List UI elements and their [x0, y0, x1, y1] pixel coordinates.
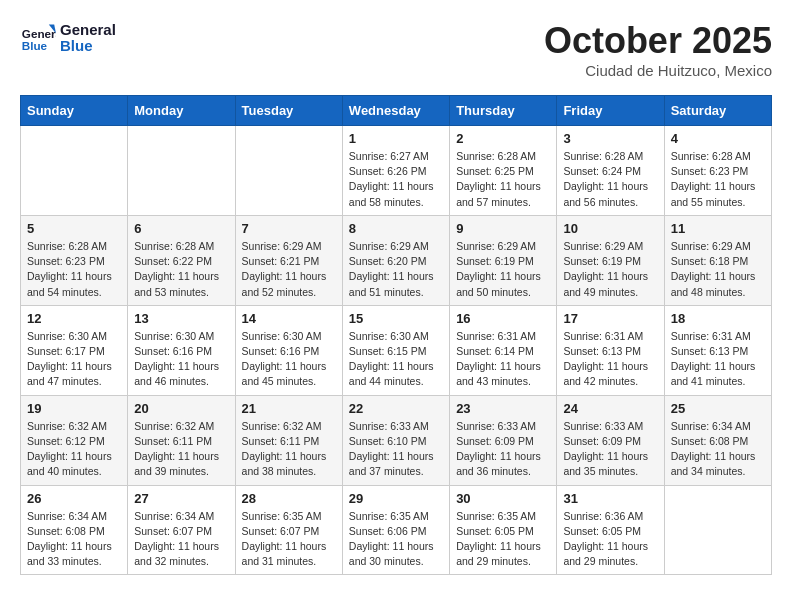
day-number: 15: [349, 311, 443, 326]
day-info: Sunrise: 6:32 AM Sunset: 6:12 PM Dayligh…: [27, 419, 121, 480]
day-number: 25: [671, 401, 765, 416]
day-info: Sunrise: 6:30 AM Sunset: 6:15 PM Dayligh…: [349, 329, 443, 390]
day-info: Sunrise: 6:30 AM Sunset: 6:16 PM Dayligh…: [242, 329, 336, 390]
day-of-week-header-wednesday: Wednesday: [342, 96, 449, 126]
day-number: 8: [349, 221, 443, 236]
day-of-week-header-friday: Friday: [557, 96, 664, 126]
day-info: Sunrise: 6:31 AM Sunset: 6:13 PM Dayligh…: [563, 329, 657, 390]
logo: General Blue General Blue: [20, 20, 116, 56]
day-number: 22: [349, 401, 443, 416]
day-number: 5: [27, 221, 121, 236]
day-number: 18: [671, 311, 765, 326]
calendar-cell: 18Sunrise: 6:31 AM Sunset: 6:13 PM Dayli…: [664, 305, 771, 395]
day-number: 19: [27, 401, 121, 416]
calendar-cell: 29Sunrise: 6:35 AM Sunset: 6:06 PM Dayli…: [342, 485, 449, 575]
day-number: 13: [134, 311, 228, 326]
calendar-week-row: 5Sunrise: 6:28 AM Sunset: 6:23 PM Daylig…: [21, 215, 772, 305]
day-number: 17: [563, 311, 657, 326]
calendar-cell: 17Sunrise: 6:31 AM Sunset: 6:13 PM Dayli…: [557, 305, 664, 395]
calendar-cell: 2Sunrise: 6:28 AM Sunset: 6:25 PM Daylig…: [450, 126, 557, 216]
calendar-cell: 28Sunrise: 6:35 AM Sunset: 6:07 PM Dayli…: [235, 485, 342, 575]
calendar-cell: 19Sunrise: 6:32 AM Sunset: 6:12 PM Dayli…: [21, 395, 128, 485]
day-info: Sunrise: 6:31 AM Sunset: 6:13 PM Dayligh…: [671, 329, 765, 390]
day-number: 26: [27, 491, 121, 506]
title-block: October 2025 Ciudad de Huitzuco, Mexico: [544, 20, 772, 79]
day-info: Sunrise: 6:33 AM Sunset: 6:10 PM Dayligh…: [349, 419, 443, 480]
logo-icon: General Blue: [20, 20, 56, 56]
calendar-cell: 1Sunrise: 6:27 AM Sunset: 6:26 PM Daylig…: [342, 126, 449, 216]
calendar-cell: 12Sunrise: 6:30 AM Sunset: 6:17 PM Dayli…: [21, 305, 128, 395]
day-info: Sunrise: 6:34 AM Sunset: 6:07 PM Dayligh…: [134, 509, 228, 570]
calendar-cell: 30Sunrise: 6:35 AM Sunset: 6:05 PM Dayli…: [450, 485, 557, 575]
calendar-cell: 11Sunrise: 6:29 AM Sunset: 6:18 PM Dayli…: [664, 215, 771, 305]
day-info: Sunrise: 6:36 AM Sunset: 6:05 PM Dayligh…: [563, 509, 657, 570]
day-of-week-header-thursday: Thursday: [450, 96, 557, 126]
day-number: 23: [456, 401, 550, 416]
calendar-cell: [235, 126, 342, 216]
calendar-cell: 16Sunrise: 6:31 AM Sunset: 6:14 PM Dayli…: [450, 305, 557, 395]
day-number: 6: [134, 221, 228, 236]
calendar-table: SundayMondayTuesdayWednesdayThursdayFrid…: [20, 95, 772, 575]
calendar-cell: 25Sunrise: 6:34 AM Sunset: 6:08 PM Dayli…: [664, 395, 771, 485]
calendar-cell: 27Sunrise: 6:34 AM Sunset: 6:07 PM Dayli…: [128, 485, 235, 575]
calendar-week-row: 26Sunrise: 6:34 AM Sunset: 6:08 PM Dayli…: [21, 485, 772, 575]
calendar-cell: [664, 485, 771, 575]
day-number: 16: [456, 311, 550, 326]
day-info: Sunrise: 6:28 AM Sunset: 6:25 PM Dayligh…: [456, 149, 550, 210]
calendar-cell: 13Sunrise: 6:30 AM Sunset: 6:16 PM Dayli…: [128, 305, 235, 395]
logo-line2: Blue: [60, 38, 116, 55]
location-subtitle: Ciudad de Huitzuco, Mexico: [544, 62, 772, 79]
day-info: Sunrise: 6:35 AM Sunset: 6:07 PM Dayligh…: [242, 509, 336, 570]
day-number: 1: [349, 131, 443, 146]
day-number: 3: [563, 131, 657, 146]
calendar-cell: [21, 126, 128, 216]
day-number: 30: [456, 491, 550, 506]
calendar-cell: 9Sunrise: 6:29 AM Sunset: 6:19 PM Daylig…: [450, 215, 557, 305]
day-info: Sunrise: 6:29 AM Sunset: 6:19 PM Dayligh…: [456, 239, 550, 300]
page-header: General Blue General Blue October 2025 C…: [20, 20, 772, 79]
calendar-cell: [128, 126, 235, 216]
day-info: Sunrise: 6:34 AM Sunset: 6:08 PM Dayligh…: [27, 509, 121, 570]
calendar-header-row: SundayMondayTuesdayWednesdayThursdayFrid…: [21, 96, 772, 126]
day-info: Sunrise: 6:32 AM Sunset: 6:11 PM Dayligh…: [242, 419, 336, 480]
day-number: 7: [242, 221, 336, 236]
day-of-week-header-sunday: Sunday: [21, 96, 128, 126]
calendar-cell: 21Sunrise: 6:32 AM Sunset: 6:11 PM Dayli…: [235, 395, 342, 485]
calendar-week-row: 1Sunrise: 6:27 AM Sunset: 6:26 PM Daylig…: [21, 126, 772, 216]
month-title: October 2025: [544, 20, 772, 62]
day-of-week-header-tuesday: Tuesday: [235, 96, 342, 126]
calendar-body: 1Sunrise: 6:27 AM Sunset: 6:26 PM Daylig…: [21, 126, 772, 575]
day-of-week-header-monday: Monday: [128, 96, 235, 126]
day-info: Sunrise: 6:27 AM Sunset: 6:26 PM Dayligh…: [349, 149, 443, 210]
day-info: Sunrise: 6:28 AM Sunset: 6:23 PM Dayligh…: [671, 149, 765, 210]
day-number: 31: [563, 491, 657, 506]
day-info: Sunrise: 6:33 AM Sunset: 6:09 PM Dayligh…: [456, 419, 550, 480]
day-number: 4: [671, 131, 765, 146]
day-info: Sunrise: 6:31 AM Sunset: 6:14 PM Dayligh…: [456, 329, 550, 390]
day-info: Sunrise: 6:29 AM Sunset: 6:20 PM Dayligh…: [349, 239, 443, 300]
calendar-week-row: 12Sunrise: 6:30 AM Sunset: 6:17 PM Dayli…: [21, 305, 772, 395]
day-info: Sunrise: 6:29 AM Sunset: 6:21 PM Dayligh…: [242, 239, 336, 300]
day-of-week-header-saturday: Saturday: [664, 96, 771, 126]
calendar-cell: 4Sunrise: 6:28 AM Sunset: 6:23 PM Daylig…: [664, 126, 771, 216]
day-info: Sunrise: 6:35 AM Sunset: 6:06 PM Dayligh…: [349, 509, 443, 570]
day-info: Sunrise: 6:28 AM Sunset: 6:23 PM Dayligh…: [27, 239, 121, 300]
day-info: Sunrise: 6:34 AM Sunset: 6:08 PM Dayligh…: [671, 419, 765, 480]
day-number: 20: [134, 401, 228, 416]
calendar-cell: 23Sunrise: 6:33 AM Sunset: 6:09 PM Dayli…: [450, 395, 557, 485]
day-info: Sunrise: 6:29 AM Sunset: 6:18 PM Dayligh…: [671, 239, 765, 300]
calendar-cell: 31Sunrise: 6:36 AM Sunset: 6:05 PM Dayli…: [557, 485, 664, 575]
day-number: 10: [563, 221, 657, 236]
day-info: Sunrise: 6:35 AM Sunset: 6:05 PM Dayligh…: [456, 509, 550, 570]
day-number: 9: [456, 221, 550, 236]
calendar-cell: 22Sunrise: 6:33 AM Sunset: 6:10 PM Dayli…: [342, 395, 449, 485]
calendar-cell: 15Sunrise: 6:30 AM Sunset: 6:15 PM Dayli…: [342, 305, 449, 395]
calendar-cell: 7Sunrise: 6:29 AM Sunset: 6:21 PM Daylig…: [235, 215, 342, 305]
calendar-cell: 8Sunrise: 6:29 AM Sunset: 6:20 PM Daylig…: [342, 215, 449, 305]
day-number: 29: [349, 491, 443, 506]
calendar-cell: 6Sunrise: 6:28 AM Sunset: 6:22 PM Daylig…: [128, 215, 235, 305]
day-info: Sunrise: 6:29 AM Sunset: 6:19 PM Dayligh…: [563, 239, 657, 300]
calendar-cell: 24Sunrise: 6:33 AM Sunset: 6:09 PM Dayli…: [557, 395, 664, 485]
calendar-cell: 10Sunrise: 6:29 AM Sunset: 6:19 PM Dayli…: [557, 215, 664, 305]
calendar-cell: 14Sunrise: 6:30 AM Sunset: 6:16 PM Dayli…: [235, 305, 342, 395]
